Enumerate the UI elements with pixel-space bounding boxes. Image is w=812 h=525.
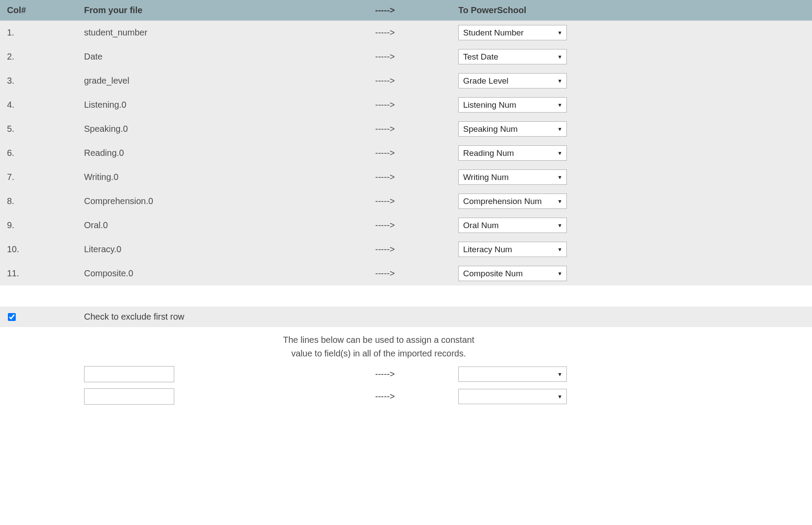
target-field-select[interactable]: Reading Num: [458, 145, 567, 161]
row-number: 7.: [5, 172, 84, 182]
header-col-to: To PowerSchool: [458, 5, 807, 15]
arrow-indicator: ----->: [375, 172, 458, 182]
row-number: 11.: [5, 268, 84, 278]
spacer: [0, 285, 812, 307]
row-number: 8.: [5, 196, 84, 206]
target-field-cell: Test Date▼: [458, 49, 807, 64]
mapping-row: 5.Speaking.0----->Speaking Num▼: [0, 117, 812, 141]
target-field-cell: Composite Num▼: [458, 266, 807, 281]
source-field-name: Comprehension.0: [84, 196, 375, 206]
constant-rows: ----->▼----->▼: [0, 363, 812, 408]
source-field-name: Listening.0: [84, 100, 375, 110]
target-field-select-wrap: Comprehension Num▼: [458, 194, 567, 209]
target-field-select[interactable]: Speaking Num: [458, 121, 567, 137]
target-field-select-wrap: Writing Num▼: [458, 169, 567, 185]
target-field-select-wrap: Grade Level▼: [458, 73, 567, 88]
source-field-name: Oral.0: [84, 220, 375, 230]
row-number: 9.: [5, 220, 84, 230]
source-field-name: Composite.0: [84, 268, 375, 278]
exclude-first-row-label: Check to exclude first row: [84, 312, 375, 322]
mapping-row: 7.Writing.0----->Writing Num▼: [0, 165, 812, 189]
arrow-indicator: ----->: [375, 268, 458, 278]
row-number: 5.: [5, 124, 84, 134]
header-col-arrow: ----->: [375, 5, 458, 15]
arrow-indicator: ----->: [375, 100, 458, 110]
target-field-select[interactable]: Composite Num: [458, 266, 567, 281]
constant-assign-note: The lines below can be used to assign a …: [85, 327, 672, 363]
target-field-select-wrap: Oral Num▼: [458, 218, 567, 233]
arrow-indicator: ----->: [375, 391, 458, 402]
target-field-select[interactable]: Writing Num: [458, 169, 567, 185]
target-field-cell: Listening Num▼: [458, 97, 807, 113]
arrow-indicator: ----->: [375, 148, 458, 158]
mapping-row: 11.Composite.0----->Composite Num▼: [0, 261, 812, 285]
constant-value-cell: [84, 366, 375, 382]
source-field-name: Speaking.0: [84, 124, 375, 134]
target-field-cell: Oral Num▼: [458, 218, 807, 233]
exclude-first-row-checkbox[interactable]: [8, 313, 16, 321]
target-field-select-wrap: Literacy Num▼: [458, 242, 567, 257]
target-field-cell: Literacy Num▼: [458, 242, 807, 257]
target-field-cell: Reading Num▼: [458, 145, 807, 161]
target-field-select-wrap: Speaking Num▼: [458, 121, 567, 137]
constant-target-select-wrap: ▼: [458, 366, 567, 382]
source-field-name: Reading.0: [84, 148, 375, 158]
row-number: 4.: [5, 100, 84, 110]
constant-target-select[interactable]: [458, 389, 567, 404]
note-line-1: The lines below can be used to assign a …: [283, 335, 475, 345]
mapping-row: 9.Oral.0----->Oral Num▼: [0, 213, 812, 237]
target-field-cell: Student Number▼: [458, 25, 807, 40]
arrow-indicator: ----->: [375, 28, 458, 38]
constant-row: ----->▼: [0, 385, 812, 408]
mapping-row: 8.Comprehension.0----->Comprehension Num…: [0, 189, 812, 213]
arrow-indicator: ----->: [375, 196, 458, 206]
target-field-select-wrap: Composite Num▼: [458, 266, 567, 281]
row-number: 2.: [5, 52, 84, 62]
header-col-from: From your file: [84, 5, 375, 15]
target-field-select-wrap: Reading Num▼: [458, 145, 567, 161]
target-field-select-wrap: Listening Num▼: [458, 97, 567, 113]
constant-target-select-wrap: ▼: [458, 389, 567, 404]
source-field-name: Writing.0: [84, 172, 375, 182]
row-number: 3.: [5, 76, 84, 86]
target-field-select[interactable]: Literacy Num: [458, 242, 567, 257]
mapping-row: 4.Listening.0----->Listening Num▼: [0, 93, 812, 117]
mapping-row: 6.Reading.0----->Reading Num▼: [0, 141, 812, 165]
target-field-cell: Writing Num▼: [458, 169, 807, 185]
source-field-name: grade_level: [84, 76, 375, 86]
source-field-name: Date: [84, 52, 375, 62]
arrow-indicator: ----->: [375, 124, 458, 134]
target-field-select[interactable]: Oral Num: [458, 218, 567, 233]
source-field-name: student_number: [84, 28, 375, 38]
target-field-cell: Grade Level▼: [458, 73, 807, 88]
constant-row: ----->▼: [0, 363, 812, 385]
row-number: 6.: [5, 148, 84, 158]
constant-value-input[interactable]: [84, 388, 174, 405]
target-field-select-wrap: Test Date▼: [458, 49, 567, 64]
target-field-select[interactable]: Test Date: [458, 49, 567, 64]
arrow-indicator: ----->: [375, 76, 458, 86]
row-number: 1.: [5, 28, 84, 38]
note-line-2: value to field(s) in all of the imported…: [291, 349, 466, 358]
mapping-rows: 1.student_number----->Student Number▼2.D…: [0, 21, 812, 285]
source-field-name: Literacy.0: [84, 244, 375, 254]
mapping-row: 2.Date----->Test Date▼: [0, 45, 812, 69]
target-field-select[interactable]: Student Number: [458, 25, 567, 40]
target-field-cell: Comprehension Num▼: [458, 194, 807, 209]
target-field-select[interactable]: Grade Level: [458, 73, 567, 88]
exclude-first-row-section: Check to exclude first row: [0, 307, 812, 327]
row-number: 10.: [5, 244, 84, 254]
mapping-row: 1.student_number----->Student Number▼: [0, 21, 812, 45]
mapping-row: 3.grade_level----->Grade Level▼: [0, 69, 812, 93]
import-mapping-panel: Col# From your file -----> To PowerSchoo…: [0, 0, 812, 408]
target-field-select-wrap: Student Number▼: [458, 25, 567, 40]
constant-target-select[interactable]: [458, 366, 567, 382]
constant-value-input[interactable]: [84, 366, 174, 382]
mapping-row: 10.Literacy.0----->Literacy Num▼: [0, 237, 812, 261]
constant-target-cell: ▼: [458, 366, 807, 382]
target-field-cell: Speaking Num▼: [458, 121, 807, 137]
table-header: Col# From your file -----> To PowerSchoo…: [0, 0, 812, 21]
target-field-select[interactable]: Comprehension Num: [458, 194, 567, 209]
arrow-indicator: ----->: [375, 220, 458, 230]
target-field-select[interactable]: Listening Num: [458, 97, 567, 113]
